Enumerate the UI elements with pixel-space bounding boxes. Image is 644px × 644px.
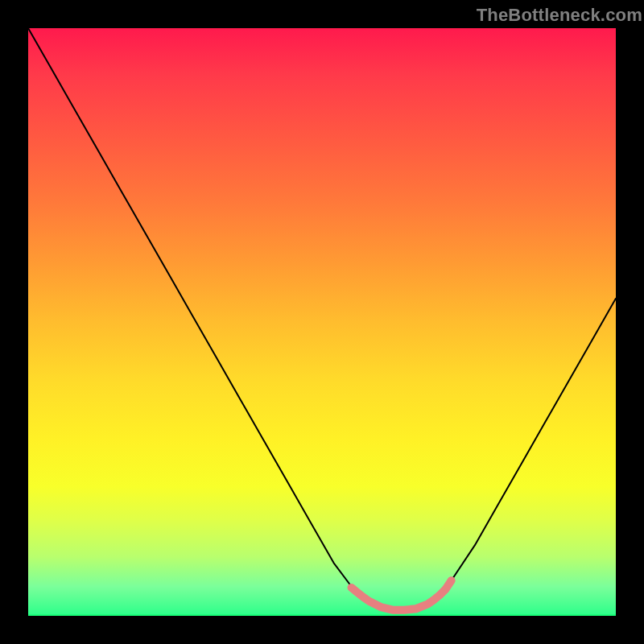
watermark-text: TheBottleneck.com [477,5,642,26]
bottleneck-curve [28,28,616,610]
bottom-highlight-segment [352,580,452,610]
curve-overlay [28,28,616,616]
plot-area [28,28,616,616]
chart-frame: TheBottleneck.com [0,0,644,644]
